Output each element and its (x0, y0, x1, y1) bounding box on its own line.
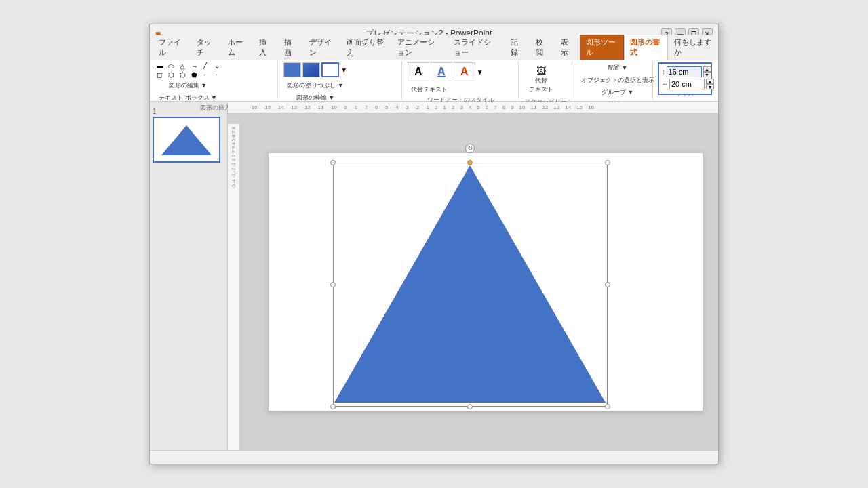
width-input[interactable] (667, 66, 702, 77)
ruler-tick: -13 (287, 104, 300, 110)
ruler-tick: -3 (401, 104, 412, 110)
shape-more-icon[interactable]: ⌄ (214, 62, 225, 70)
ruler-vertical: -5 -4 -3 -2 -1 0 1 2 3 4 5 6 7 8 (228, 124, 240, 450)
shape-rect-icon[interactable]: ▬ (157, 62, 167, 70)
tab-animations[interactable]: アニメーション (391, 35, 448, 60)
shape-triangle-icon[interactable]: △ (180, 62, 191, 70)
wordart-btn-2[interactable]: A (431, 62, 452, 81)
ruler-tick: 7 (491, 104, 499, 110)
accessibility-content: 🖼 代替 テキスト (524, 62, 558, 98)
ruler-tick: -11 (313, 104, 327, 110)
ruler-tick: -14 (273, 104, 287, 110)
main-area: 1 -16 -15 -14 -13 -12 -11 -10 -9 (150, 102, 718, 450)
wordart-btn-3[interactable]: A (454, 62, 475, 81)
slide-canvas[interactable]: ↻ (269, 153, 703, 411)
svg-marker-0 (161, 125, 212, 155)
canvas-area: -16 -15 -14 -13 -12 -11 -10 -9 -8 -7 -6 … (228, 102, 718, 450)
accessibility-group: 🖼 代替 テキスト アクセシビリティ (520, 61, 572, 100)
ruler-tick: 1 (441, 104, 449, 110)
width-up-btn[interactable]: ▲ (703, 66, 711, 72)
shape-style-blue-dark[interactable] (302, 62, 320, 77)
shape6-icon[interactable]: ⬞ (203, 71, 214, 79)
wordart-more-btn[interactable]: ▼ (477, 68, 484, 76)
ruler-tick: 9 (508, 104, 516, 110)
align-btn[interactable]: 配置 ▼ (578, 62, 658, 74)
edit-shapes-btn[interactable]: 図形の編集 ▼ (157, 80, 219, 92)
tab-touch[interactable]: タッチ (191, 35, 222, 60)
shape-oval-icon[interactable]: ⬭ (168, 62, 179, 70)
tab-insert[interactable]: 挿入 (253, 35, 278, 60)
tab-shape-format[interactable]: 図形の書式 (624, 35, 668, 60)
width-icon: ↔ (662, 81, 668, 87)
selection-pane-btn[interactable]: オブジェクトの選択と表示 (578, 75, 658, 86)
ruler-tick: 13 (551, 104, 562, 110)
width-spinner[interactable]: ▲ ▼ (703, 66, 711, 77)
ruler-tick: -10 (326, 104, 340, 110)
handle-bottom-right[interactable] (605, 404, 610, 409)
tab-transitions[interactable]: 画面切り替え (340, 35, 391, 60)
height-spinner[interactable]: ▲ ▼ (706, 79, 714, 89)
wordart-btn-1[interactable]: A (408, 62, 429, 81)
ruler-tick: -8 (350, 104, 360, 110)
ruler-tick: 16 (585, 104, 597, 110)
handle-top-right[interactable] (605, 160, 610, 165)
ruler-tick: -5 (380, 104, 391, 110)
ruler-tick: 5 (474, 104, 482, 110)
shape-style-outline[interactable] (321, 62, 339, 77)
handle-middle-left[interactable] (330, 282, 336, 287)
tab-shape-tools[interactable]: 図形ツール (580, 35, 624, 60)
shape-line-icon[interactable]: ╱ (203, 62, 214, 70)
handle-top-middle[interactable] (467, 160, 473, 165)
ruler-tick: 11 (528, 104, 540, 110)
triangle-shape[interactable] (333, 163, 608, 407)
textbox-btn[interactable]: テキスト ボックス ▼ (157, 92, 219, 104)
tab-search[interactable]: 何をしますか (668, 35, 718, 60)
handle-middle-right[interactable] (605, 282, 610, 287)
tab-home[interactable]: ホーム (222, 35, 253, 60)
tab-review[interactable]: 校閲 (530, 35, 555, 60)
ruler-tick: -6 (370, 104, 380, 110)
tab-view[interactable]: 表示 (555, 35, 580, 60)
tab-design[interactable]: デザイン (303, 35, 341, 60)
width-down-btn[interactable]: ▼ (703, 72, 711, 77)
handle-bottom-middle[interactable] (467, 404, 473, 409)
tab-draw[interactable]: 描画 (278, 35, 303, 60)
slide-thumbnail[interactable] (153, 117, 220, 163)
height-down-btn[interactable]: ▼ (706, 84, 714, 89)
shape4-icon[interactable]: ⬠ (180, 71, 191, 79)
ruler-tick: -1 (422, 104, 432, 110)
ruler-horizontal: -16 -15 -14 -13 -12 -11 -10 -9 -8 -7 -6 … (228, 102, 718, 113)
shape3-icon[interactable]: ⬡ (168, 71, 179, 79)
ruler-tick: 15 (574, 104, 585, 110)
slide-canvas-wrap: ↻ 2 (252, 113, 718, 450)
wordart-group-content: A A A ▼ 代替テキスト (408, 62, 514, 96)
handle-bottom-left[interactable] (330, 404, 336, 409)
handle-top-left[interactable] (330, 160, 336, 165)
height-up-btn[interactable]: ▲ (706, 79, 714, 84)
alt-text-btn[interactable]: 🖼 代替 テキスト (524, 62, 558, 98)
ruler-tick: 4 (466, 104, 474, 110)
height-input[interactable] (669, 79, 705, 89)
shape5-icon[interactable]: ⬟ (191, 71, 202, 79)
size-group: ↕ ▲ ▼ ↔ ▲ ▼ (654, 61, 715, 100)
tab-slideshow[interactable]: スライドショー (448, 35, 505, 60)
rotate-handle[interactable]: ↻ (465, 144, 475, 153)
ruler-tick: -9 (340, 104, 350, 110)
shape-style-blue[interactable] (283, 62, 301, 77)
shape2-icon[interactable]: ◻ (157, 71, 167, 79)
ruler-tick: -2 (412, 104, 422, 110)
ruler-tick: 6 (483, 104, 491, 110)
ruler-tick: -4 (391, 104, 401, 110)
shape-fill-btn[interactable]: 図形の塗りつぶし ▼ (283, 80, 347, 92)
styles-more-btn[interactable]: ▼ (340, 66, 347, 74)
shape-container[interactable]: ↻ (333, 163, 608, 407)
ruler-tick: 8 (500, 104, 508, 110)
tab-file[interactable]: ファイル (153, 35, 191, 60)
tab-record[interactable]: 記録 (505, 35, 530, 60)
shape7-icon[interactable]: ⬝ (214, 71, 225, 79)
shape-arrow-icon[interactable]: → (191, 62, 202, 70)
ribbon-content: ▬ ⬭ △ → ╱ ⌄ ◻ ⬡ ⬠ ⬟ ⬞ ⬝ 図形の編集 ▼ (150, 60, 718, 102)
group-btn[interactable]: グループ ▼ (578, 87, 658, 98)
ribbon: ファイル タッチ ホーム 挿入 描画 デザイン 画面切り替え アニメーション ス… (150, 43, 718, 102)
substitute-text-btn[interactable]: 代替テキスト (408, 84, 451, 96)
